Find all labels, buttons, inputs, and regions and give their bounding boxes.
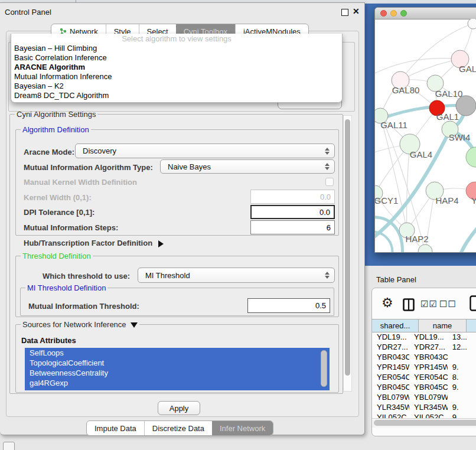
aracne-mode-value: Discovery (76, 146, 322, 155)
manual-kernel-label: Manual Kernel Width Definition (24, 178, 137, 187)
node-bottom-node[interactable] (418, 244, 432, 253)
network-window-titlebar[interactable] (375, 8, 476, 19)
kernel-width-field[interactable]: 0.0 (250, 190, 335, 204)
network-edge[interactable] (459, 221, 476, 253)
aracne-mode-label: Aracne Mode: (24, 148, 74, 156)
table-cell[interactable]: YDR27... (409, 342, 448, 352)
table-row[interactable]: YBR045CYBR045C9. (372, 382, 476, 392)
node-label-gal4: GAL4 (410, 149, 432, 159)
which-threshold-label: Which threshold to use: (43, 272, 130, 281)
tab-impute-data[interactable]: Impute Data (87, 421, 144, 435)
data-attributes-label: Data Attributes (21, 336, 76, 345)
table-cell[interactable]: YDL19... (409, 332, 448, 342)
node-label-gal1: GAL1 (436, 112, 459, 122)
algorithm-select-popup: Select algorithm to view settings Bayesi… (11, 34, 343, 103)
float-window-icon[interactable] (341, 9, 348, 16)
table-cell[interactable]: 9. (448, 362, 476, 372)
network-canvas[interactable]: GALGAL80GAL10GAL1GAL11SWI4GAL4HAP4YGCY1H… (375, 19, 476, 253)
table-cell[interactable]: 9. (448, 382, 476, 392)
manual-kernel-checkbox[interactable] (325, 178, 334, 186)
table-panel-title: Table Panel (376, 275, 416, 284)
column-header-name[interactable]: name (419, 319, 467, 332)
algorithm-definition-title: Algorithm Definition (21, 125, 91, 134)
algorithm-option-aracne-algorithm[interactable]: ARACNE Algorithm (11, 63, 342, 72)
table-cell[interactable]: YDL19... (372, 332, 409, 342)
column-header-shared[interactable]: shared... (372, 319, 419, 332)
dpi-tolerance-field[interactable]: 0.0 (250, 205, 335, 219)
node-right-green[interactable] (466, 147, 476, 167)
data-attributes-list[interactable]: SelfLoopsTopologicalCoefficientBetweenne… (25, 348, 330, 390)
algorithm-option-basic-correlation-inference[interactable]: Basic Correlation Inference (11, 53, 342, 63)
settings-scrollbar-thumb[interactable] (345, 119, 350, 376)
table-cell[interactable]: 9. (448, 412, 476, 418)
zoom-traffic-light[interactable] (400, 10, 407, 17)
table-cell[interactable]: YPR145W (372, 362, 409, 372)
column-header-a[interactable]: A (467, 319, 476, 332)
hub-definition-expander[interactable]: Hub/Transcription Factor Definition (24, 239, 164, 247)
node-label-gal80: GAL80 (392, 85, 420, 95)
table-cell[interactable]: YBR045C (372, 382, 409, 392)
stepper-icon (322, 163, 332, 170)
minimize-traffic-light[interactable] (390, 10, 397, 17)
mi-steps-field[interactable]: 6 (250, 220, 335, 234)
table-cell[interactable]: YBR045C (409, 382, 448, 392)
table-cell[interactable]: 12... (448, 342, 476, 352)
table-cell[interactable]: YDR27... (372, 342, 409, 352)
apply-button[interactable]: Apply (158, 401, 200, 415)
table-cell[interactable]: YIL052C (372, 412, 409, 418)
algorithm-option-bayesian-k2[interactable]: Bayesian – K2 (11, 81, 342, 91)
bottom-left-partial-icon[interactable] (3, 442, 15, 450)
table-cell[interactable]: YPR145W (409, 362, 448, 372)
table-cell[interactable]: YBL079W (409, 392, 448, 402)
algorithm-option-bayesian-hill-climbing[interactable]: Bayesian – Hill Climbing (11, 44, 342, 53)
table-cell[interactable]: YBL079W (372, 392, 409, 402)
table-row[interactable]: YPR145WYPR145W9. (372, 362, 476, 372)
which-threshold-combo[interactable]: MI Threshold (138, 268, 335, 283)
split-columns-icon[interactable] (403, 298, 415, 311)
table-cell[interactable]: YBR043C (409, 352, 448, 362)
mi-type-combo[interactable]: Naive Bayes (160, 159, 335, 174)
mi-threshold-field[interactable]: 0.5 (247, 298, 330, 313)
attribute-item-selfloops[interactable]: SelfLoops (25, 348, 330, 358)
unchecked-boxes-icon[interactable]: ☐☐ (439, 299, 457, 309)
mi-type-value: Naive Bayes (161, 162, 322, 171)
tab-discretize-data[interactable]: Discretize Data (144, 421, 212, 435)
attributes-list-scrollbar-thumb[interactable] (321, 350, 327, 387)
close-icon[interactable]: ✕ (353, 6, 360, 16)
table-horizontal-scrollbar[interactable] (372, 418, 476, 428)
table-cell[interactable]: YBR043C (372, 352, 409, 362)
attribute-item-betweennesscentrality[interactable]: BetweennessCentrality (25, 368, 330, 378)
attribute-item-topologicalcoefficient[interactable]: TopologicalCoefficient (25, 358, 330, 368)
table-row[interactable]: YDL19...YDL19...13... (372, 332, 476, 342)
table-row[interactable]: YIL052CYIL052C9. (372, 412, 476, 418)
table-row[interactable]: YBR043CYBR043C (372, 352, 476, 362)
document-icon[interactable] (470, 295, 476, 311)
aracne-mode-combo[interactable]: Discovery (75, 144, 335, 158)
checked-boxes-icon[interactable]: ☑☑ (420, 299, 438, 309)
table-cell[interactable]: YER054C (372, 372, 409, 382)
table-cell[interactable] (448, 392, 476, 402)
mi-threshold-label: Mutual Information Threshold: (28, 302, 139, 311)
tab-infer-network[interactable]: Infer Network (212, 421, 273, 435)
attribute-item-gal4rgexp[interactable]: gal4RGexp (25, 378, 330, 388)
table-row[interactable]: YER054CYER054C8. (372, 372, 476, 382)
table-cell[interactable]: 8. (448, 372, 476, 382)
settings-scrollbar[interactable] (343, 115, 352, 392)
table-row[interactable]: YLR345WYLR345W9. (372, 402, 476, 412)
table-cell[interactable]: 13... (448, 332, 476, 342)
table-cell[interactable]: YLR345W (372, 402, 409, 412)
table-cell[interactable]: YLR345W (409, 402, 448, 412)
close-traffic-light[interactable] (380, 10, 387, 17)
algorithm-option-mutual-information-inference[interactable]: Mutual Information Inference (11, 72, 342, 81)
table-row[interactable]: YDR27...YDR27...12... (372, 342, 476, 352)
node-top-right[interactable] (468, 19, 476, 29)
sources-group-title[interactable]: Sources for Network Inference (21, 320, 139, 329)
gear-icon[interactable]: ⚙ (382, 296, 393, 309)
table-scrollbar-thumb[interactable] (374, 420, 476, 426)
table-cell[interactable]: YER054C (409, 372, 448, 382)
table-cell[interactable] (448, 352, 476, 362)
table-cell[interactable]: YIL052C (409, 412, 448, 418)
table-row[interactable]: YBL079WYBL079W (372, 392, 476, 402)
table-cell[interactable]: 9. (448, 402, 476, 412)
algorithm-option-dream8-dc-tdc-algorithm[interactable]: Dream8 DC_TDC Algorithm (11, 91, 342, 100)
